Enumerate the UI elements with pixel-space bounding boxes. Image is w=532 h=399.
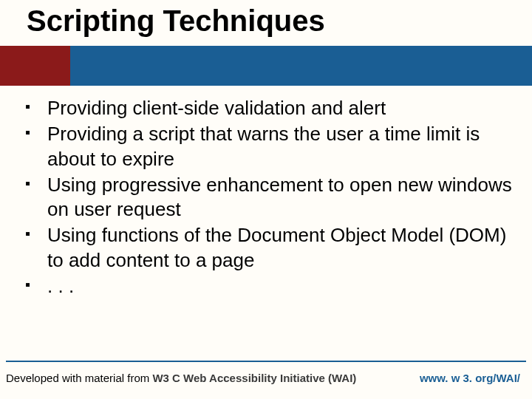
slide-title: Scripting Techniques xyxy=(27,4,325,38)
bullet-item: Using progressive enhancement to open ne… xyxy=(25,173,513,222)
bullet-item: Using functions of the Document Object M… xyxy=(25,223,513,273)
footer: Developed with material from W3 C Web Ac… xyxy=(6,372,526,384)
footer-url: www. w 3. org/WAI/ xyxy=(420,372,520,384)
bullet-item: . . . xyxy=(25,274,513,299)
footer-rule xyxy=(6,361,526,362)
slide: Scripting Techniques Providing client-si… xyxy=(0,0,532,399)
footer-prefix: Developed with material from xyxy=(6,372,152,384)
slide-body: Providing client-side validation and ale… xyxy=(25,96,513,300)
bullet-list: Providing client-side validation and ale… xyxy=(25,96,513,299)
footer-source: W3 C Web Accessibility Initiative (WAI) xyxy=(152,372,356,384)
title-accent xyxy=(0,46,70,86)
bullet-item: Providing a script that warns the user a… xyxy=(25,122,513,171)
title-band xyxy=(0,46,532,86)
bullet-item: Providing client-side validation and ale… xyxy=(25,96,513,120)
